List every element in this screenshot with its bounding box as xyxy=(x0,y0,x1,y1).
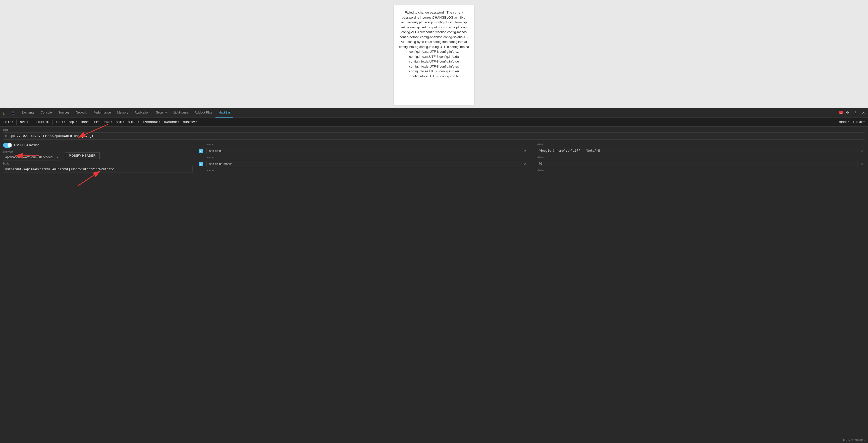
body-label: Body xyxy=(3,162,193,165)
tab-lighthouse[interactable]: Lighthouse xyxy=(170,108,191,118)
toolbar-ssrf-btn[interactable]: SSRF ▾ xyxy=(101,120,113,124)
header-0-close-icon[interactable]: ✕ xyxy=(860,149,865,153)
toolbar-sep-2 xyxy=(32,120,32,125)
hashing-arrow-icon: ▾ xyxy=(178,121,179,123)
more-options-icon[interactable]: ⋮ xyxy=(852,109,859,116)
header-name-col-label-2: Name xyxy=(207,156,527,159)
enctype-section: enctype application/x-www-form-urlencode… xyxy=(3,150,60,160)
theme-arrow-icon: ▾ xyxy=(864,121,865,123)
shell-arrow-icon: ▾ xyxy=(138,121,139,123)
enctype-select-wrapper: application/x-www-form-urlencoded multip… xyxy=(3,154,60,160)
tab-performance[interactable]: Performance xyxy=(90,108,114,118)
toolbar-encoding-btn[interactable]: ENCODING ▾ xyxy=(142,120,161,124)
header-0-checkbox[interactable]: ✓ xyxy=(199,149,203,153)
header-1-name-select[interactable]: sec-ch-ua-mobile xyxy=(207,161,527,167)
page-text: Failed to change password : The current … xyxy=(399,10,469,78)
settings-icon[interactable]: ⚙ xyxy=(844,109,851,116)
tab-hackbar[interactable]: HackBar xyxy=(216,108,233,118)
post-method-toggle[interactable] xyxy=(3,143,12,148)
header-col-labels-3: Name Value xyxy=(199,169,865,172)
mode-arrow-icon: ▾ xyxy=(848,121,849,123)
test-arrow-icon: ▾ xyxy=(64,121,65,123)
tab-console[interactable]: Console xyxy=(38,108,55,118)
hackbar-two-col: Use POST method enctype application/x-ww… xyxy=(0,140,868,443)
tab-security[interactable]: Security xyxy=(153,108,170,118)
tab-network[interactable]: Network xyxy=(73,108,90,118)
error-badge: 1 xyxy=(839,111,843,114)
tab-elements[interactable]: Elements xyxy=(19,108,37,118)
toolbar-hashing-btn[interactable]: HASHING ▾ xyxy=(162,120,180,124)
header-1-value-input[interactable] xyxy=(537,161,858,167)
header-1-close-icon[interactable]: ✕ xyxy=(860,162,865,166)
post-method-label: Use POST method xyxy=(14,144,39,147)
hackbar-toolbar: LOAD ▾ SPLIT EXECUTE TEST ▾ SQLI ▾ XSS ▾… xyxy=(0,118,868,127)
post-method-toggle-row: Use POST method xyxy=(3,143,60,148)
toolbar-custom-btn[interactable]: CUSTOM ▾ xyxy=(181,120,198,124)
toolbar-lfi-btn[interactable]: LFI ▾ xyxy=(91,120,100,124)
watermark: CSDN 中过期的帖子 xyxy=(843,439,866,442)
url-label: URL xyxy=(3,129,865,132)
enctype-select[interactable]: application/x-www-form-urlencoded multip… xyxy=(3,154,60,160)
browser-viewport: Failed to change password : The current … xyxy=(0,0,868,108)
controls-row: Use POST method enctype application/x-ww… xyxy=(3,143,193,160)
toggle-enctype-group: Use POST method enctype application/x-ww… xyxy=(3,143,60,160)
tab-adblock-plus[interactable]: Adblock Plus xyxy=(192,108,215,118)
header-1-checkbox[interactable]: ✓ xyxy=(199,162,203,166)
hackbar-left-col: Use POST method enctype application/x-ww… xyxy=(0,140,196,443)
header-row-1: ✓ sec-ch-ua-mobile ✕ xyxy=(199,161,865,167)
page-content: Failed to change password : The current … xyxy=(394,5,474,105)
toolbar-execute-btn[interactable]: EXECUTE xyxy=(33,120,51,124)
toolbar-theme-btn[interactable]: THEME ▾ xyxy=(851,120,866,124)
devtools-right-icons: 1 ⚙ ⋮ ✕ xyxy=(839,109,867,116)
close-devtools-icon[interactable]: ✕ xyxy=(860,109,867,116)
header-0-name-select[interactable]: sec-ch-ua xyxy=(207,148,527,154)
tab-sources[interactable]: Sources xyxy=(55,108,72,118)
device-toolbar-icon[interactable]: 📱 xyxy=(9,109,16,116)
header-row-0: ✓ sec-ch-ua ✕ xyxy=(199,148,865,154)
header-col-labels: Name Value xyxy=(199,143,865,146)
toolbar-split-btn[interactable]: SPLIT xyxy=(18,120,30,124)
header-value-col-label-3: Value xyxy=(537,169,858,172)
encoding-arrow-icon: ▾ xyxy=(159,121,160,123)
header-value-col-label-1: Value xyxy=(537,143,858,146)
toolbar-load-btn[interactable]: LOAD ▾ xyxy=(2,120,15,124)
url-input[interactable] xyxy=(3,132,865,139)
tab-application[interactable]: Application xyxy=(132,108,152,118)
lfi-arrow-icon: ▾ xyxy=(97,121,98,123)
header-col-labels-2: Name Value xyxy=(199,156,865,159)
load-arrow-icon: ▾ xyxy=(12,121,13,123)
header-value-col-label-2: Value xyxy=(537,156,858,159)
header-0-value-input[interactable] xyxy=(537,148,858,154)
toolbar-sep-1 xyxy=(16,120,17,125)
devtools-panel: ⬚ 📱 Elements Console Sources Network Per… xyxy=(0,108,868,443)
devtools-tab-bar: ⬚ 📱 Elements Console Sources Network Per… xyxy=(0,108,868,118)
body-section: Body xyxy=(3,162,193,173)
header-name-col-label-1: Name xyxy=(207,143,527,146)
tab-memory[interactable]: Memory xyxy=(114,108,131,118)
toolbar-mode-btn[interactable]: MODE ▾ xyxy=(837,120,850,124)
url-section: URL xyxy=(0,127,868,140)
toolbar-shell-btn[interactable]: SHELL ▾ xyxy=(126,120,141,124)
ssrf-arrow-icon: ▾ xyxy=(111,121,112,123)
ssti-arrow-icon: ▾ xyxy=(123,121,124,123)
header-name-col-label-3: Name xyxy=(207,169,527,172)
body-input[interactable] xyxy=(3,166,193,173)
modify-header-section: MODIFY HEADER xyxy=(65,148,99,159)
modify-header-button[interactable]: MODIFY HEADER xyxy=(65,152,99,159)
inspect-element-icon[interactable]: ⬚ xyxy=(1,109,8,116)
hackbar-right-col: Name Value ✓ sec-ch-ua ✕ xyxy=(196,140,868,443)
toolbar-xss-btn[interactable]: XSS ▾ xyxy=(80,120,90,124)
xss-arrow-icon: ▾ xyxy=(87,121,88,123)
toolbar-sep-3 xyxy=(53,120,53,125)
enctype-label: enctype xyxy=(3,150,60,153)
sqli-arrow-icon: ▾ xyxy=(76,121,77,123)
toolbar-test-btn[interactable]: TEST ▾ xyxy=(54,120,66,124)
custom-arrow-icon: ▾ xyxy=(196,121,197,123)
hackbar-content: URL Use POST method en xyxy=(0,127,868,443)
toolbar-ssti-btn[interactable]: SSTI ▾ xyxy=(114,120,125,124)
toolbar-sqli-btn[interactable]: SQLI ▾ xyxy=(67,120,79,124)
devtools-icons: ⬚ 📱 xyxy=(1,109,16,116)
